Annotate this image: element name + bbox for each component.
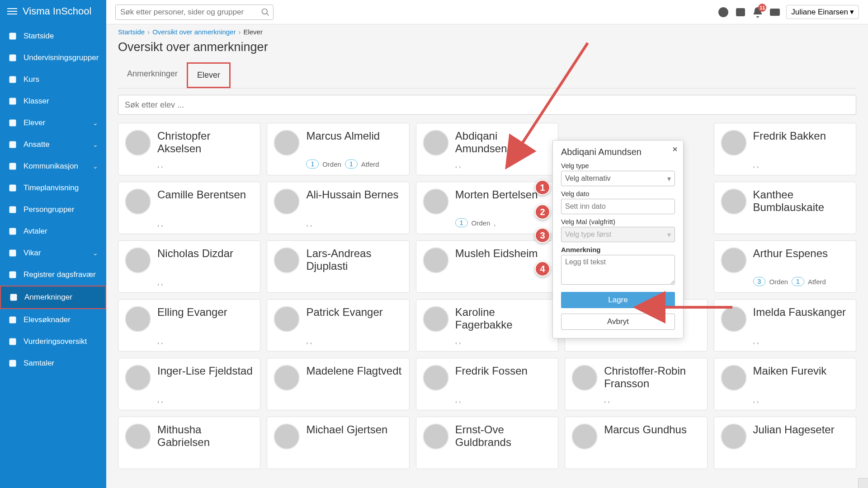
student-card[interactable]: Julian Hageseter [714, 417, 856, 469]
chevron-down-icon: ⌄ [93, 249, 98, 257]
student-card[interactable]: Fredrik Bakken, , [714, 123, 856, 175]
sidebar-item-elevsøknader[interactable]: Elevsøknader [0, 309, 106, 331]
sidebar-item-anmerkninger[interactable]: Anmerkninger [0, 286, 106, 309]
breadcrumb-section[interactable]: Oversikt over anmerkninger [152, 28, 236, 36]
avatar [274, 188, 300, 215]
avatar [274, 306, 300, 332]
sidebar-item-samtaler[interactable]: Samtaler [0, 352, 106, 374]
student-card[interactable]: Arthur Espenes3Orden1Atferd [714, 240, 856, 293]
sidebar-item-avtaler[interactable]: Avtaler [0, 221, 106, 242]
student-name: Fredrik Bakken [753, 130, 849, 142]
svg-rect-1 [9, 55, 16, 61]
nav-label: Elevsøknader [24, 315, 98, 324]
sidebar-item-vikar[interactable]: Vikar⌄ [0, 242, 106, 264]
sidebar-item-persongrupper[interactable]: Persongrupper [0, 199, 106, 221]
student-card[interactable]: Camille Berentsen, , [118, 182, 260, 234]
nav-label: Persongrupper [24, 205, 98, 214]
sidebar-item-elever[interactable]: Elever⌄ [0, 112, 106, 134]
sidebar-item-kurs[interactable]: Kurs [0, 69, 106, 90]
label-type: Velg type [561, 162, 675, 169]
sidebar-item-startside[interactable]: Startside [0, 25, 106, 47]
student-card[interactable]: Kanthee Bumblauskaite [714, 182, 856, 234]
student-name: Musleh Eidsheim [455, 247, 552, 260]
svg-rect-15 [9, 360, 16, 367]
avatar [125, 365, 151, 391]
sidebar-nav: StartsideUndervisningsgrupperKursKlasser… [0, 23, 106, 374]
student-card[interactable]: Patrick Evanger, , [267, 299, 409, 352]
student-search-input[interactable] [118, 95, 856, 115]
contact-card-icon[interactable] [735, 6, 746, 18]
student-name: Marcus Almelid [306, 130, 402, 142]
svg-rect-14 [9, 338, 16, 345]
sidebar-item-registrer-dagsfravær[interactable]: Registrer dagsfravær [0, 264, 106, 286]
nav-label: Anmerkninger [24, 293, 97, 302]
select-mal[interactable]: Velg type først▾ [561, 227, 675, 242]
student-card[interactable]: Abdiqani Amundsen, , [416, 123, 558, 175]
tab-anmerkninger[interactable]: Anmerkninger [118, 62, 187, 88]
svg-point-16 [262, 9, 268, 14]
global-search-input[interactable] [115, 5, 274, 20]
home-icon [8, 32, 17, 41]
nav-label: Ansatte [24, 140, 86, 149]
textarea-note[interactable] [561, 255, 675, 285]
svg-rect-11 [9, 272, 16, 278]
student-name: Kanthee Bumblauskaite [753, 188, 849, 213]
main-content: Startside › Oversikt over anmerkninger ›… [106, 24, 868, 488]
cancel-button[interactable]: Avbryt [561, 314, 675, 330]
student-name: Julian Hageseter [753, 423, 849, 436]
bell-icon[interactable]: 11 [752, 6, 764, 18]
card-meta: , , [157, 220, 254, 227]
card-meta: , , [604, 396, 700, 404]
student-card[interactable]: Madelene Flagtvedt [267, 358, 409, 410]
talk-icon [8, 359, 17, 368]
hamburger-icon[interactable] [7, 8, 17, 14]
student-card[interactable]: Fredrik Fossen, , [416, 358, 558, 410]
svg-rect-7 [9, 185, 16, 192]
avatar [423, 247, 449, 273]
avatar [721, 423, 747, 450]
user-name: Juliane Einarsen [791, 8, 848, 17]
avatar [571, 365, 598, 391]
svg-rect-8 [9, 206, 16, 213]
sidebar-item-klasser[interactable]: Klasser [0, 90, 106, 112]
calendar-icon [8, 183, 17, 192]
select-type[interactable]: Velg alternativ▾ [561, 171, 675, 186]
student-card[interactable]: Imelda Fauskanger, , [714, 299, 856, 352]
student-card[interactable]: Nicholas Dizdar, , [118, 240, 260, 293]
student-card[interactable]: Ernst-Ove Guldbrands [416, 417, 558, 469]
sidebar-item-kommunikasjon[interactable]: Kommunikasjon⌄ [0, 155, 106, 177]
user-menu[interactable]: Juliane Einarsen▾ [786, 5, 859, 19]
sidebar-item-vurderingsoversikt[interactable]: Vurderingsoversikt [0, 331, 106, 352]
input-date[interactable] [561, 199, 675, 214]
sidebar-item-ansatte[interactable]: Ansatte⌄ [0, 134, 106, 155]
student-card[interactable]: Maiken Furevik, , [714, 358, 856, 410]
close-icon[interactable]: × [672, 144, 678, 155]
sidebar-header: Visma InSchool [0, 0, 106, 23]
chat-icon [8, 162, 17, 171]
student-name: Karoline Fagerbakke [455, 306, 552, 331]
student-card[interactable]: Marcus Gundhus [565, 417, 707, 469]
nav-label: Startside [24, 32, 98, 41]
student-card[interactable]: Mithusha Gabrielsen [118, 417, 260, 469]
tab-elever[interactable]: Elever [187, 62, 231, 88]
svg-line-17 [267, 13, 269, 15]
student-card[interactable]: Michael Gjertsen [267, 417, 409, 469]
sidebar-item-undervisningsgrupper[interactable]: Undervisningsgrupper [0, 47, 106, 69]
breadcrumb-home[interactable]: Startside [118, 28, 145, 36]
save-button[interactable]: Lagre [561, 292, 675, 308]
student-card[interactable]: Elling Evanger, , [118, 299, 260, 352]
student-card[interactable]: Christopfer Akselsen, , [118, 123, 260, 175]
student-card[interactable]: Ali-Hussain Bernes, , [267, 182, 409, 234]
student-name: Christopfer Akselsen [157, 130, 254, 155]
mail-icon[interactable] [769, 6, 781, 18]
student-card[interactable]: Inger-Lise Fjeldstad, , [118, 358, 260, 410]
help-icon[interactable] [717, 6, 729, 18]
avatar [125, 247, 151, 273]
app-logo: Visma InSchool [23, 5, 91, 17]
student-card[interactable]: Christoffer-Robin Fransson, , [565, 358, 707, 410]
nav-label: Kurs [24, 75, 98, 84]
student-card[interactable]: Marcus Almelid1Orden1Atferd [267, 123, 409, 175]
student-card[interactable]: Lars-Andreas Djuplasti [267, 240, 409, 293]
sidebar-item-timeplanvisning[interactable]: Timeplanvisning [0, 177, 106, 199]
student-card[interactable]: Karoline Fagerbakke, , [416, 299, 558, 352]
